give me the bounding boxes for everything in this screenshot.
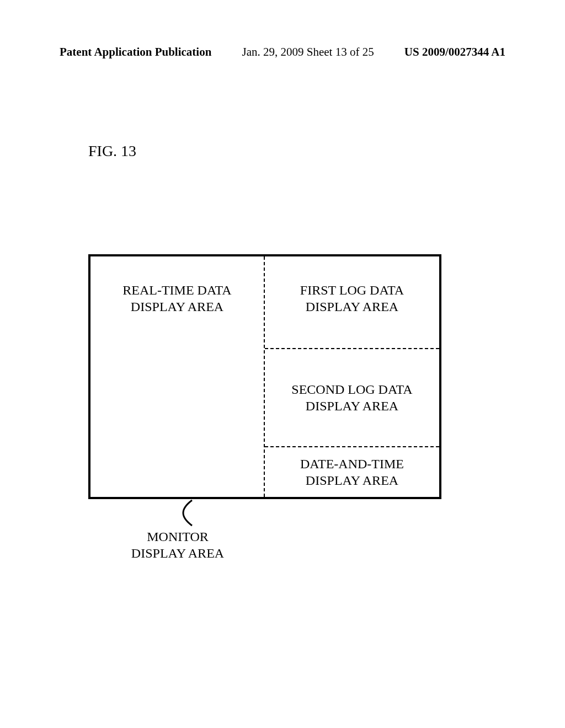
header-date-sheet: Jan. 29, 2009 Sheet 13 of 25 — [242, 45, 374, 59]
page-header: Patent Application Publication Jan. 29, … — [60, 45, 505, 59]
second-log-data-area-label: SECOND LOG DATA DISPLAY AREA — [291, 381, 412, 414]
leader-curve-icon — [175, 499, 198, 527]
date-time-line1: DATE-AND-TIME — [300, 457, 404, 471]
second-log-data-area: SECOND LOG DATA DISPLAY AREA — [265, 349, 439, 447]
second-log-line2: DISPLAY AREA — [306, 399, 398, 413]
monitor-line1: MONITOR — [147, 529, 209, 544]
first-log-line1: FIRST LOG DATA — [300, 283, 404, 297]
second-log-line1: SECOND LOG DATA — [291, 382, 412, 397]
header-publication-type: Patent Application Publication — [60, 45, 211, 59]
date-and-time-area: DATE-AND-TIME DISPLAY AREA — [265, 447, 439, 497]
header-publication-number: US 2009/0027344 A1 — [404, 45, 505, 59]
monitor-line2: DISPLAY AREA — [131, 546, 224, 560]
real-time-data-area-label: REAL-TIME DATA DISPLAY AREA — [90, 282, 264, 315]
real-time-line2: DISPLAY AREA — [131, 299, 223, 314]
first-log-data-area: FIRST LOG DATA DISPLAY AREA — [265, 256, 439, 349]
monitor-display-area-label: MONITOR DISPLAY AREA — [100, 528, 255, 561]
date-and-time-area-label: DATE-AND-TIME DISPLAY AREA — [300, 456, 404, 489]
first-log-data-area-label: FIRST LOG DATA DISPLAY AREA — [300, 282, 404, 315]
right-column: FIRST LOG DATA DISPLAY AREA SECOND LOG D… — [265, 256, 439, 497]
figure-label: FIG. 13 — [88, 142, 136, 160]
date-time-line2: DISPLAY AREA — [306, 473, 398, 488]
monitor-display-area-box: REAL-TIME DATA DISPLAY AREA FIRST LOG DA… — [88, 254, 441, 499]
real-time-line1: REAL-TIME DATA — [122, 283, 231, 297]
left-column: REAL-TIME DATA DISPLAY AREA — [90, 256, 265, 497]
first-log-line2: DISPLAY AREA — [306, 299, 398, 314]
